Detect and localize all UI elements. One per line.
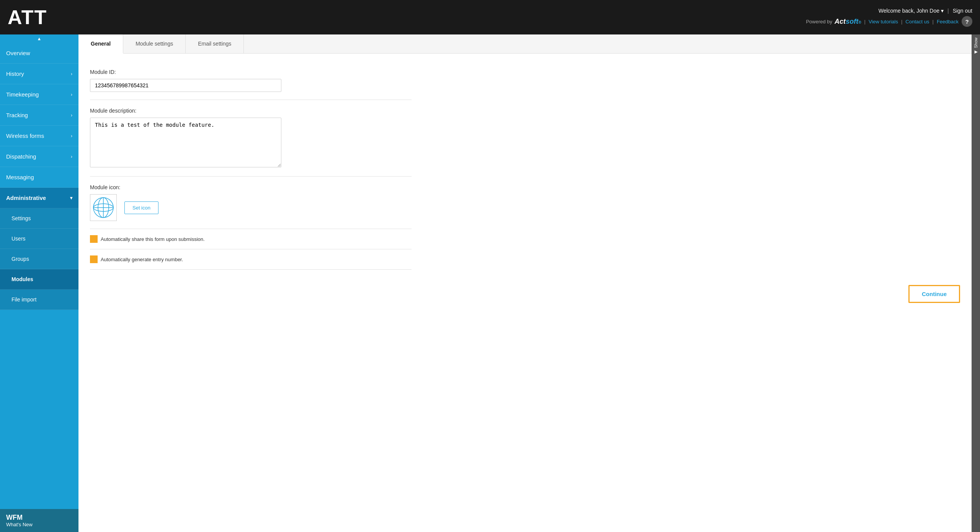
welcome-label: Welcome back, John Doe: [879, 8, 939, 14]
checkbox2-row: Automatically generate entry number.: [90, 249, 412, 270]
module-description-label: Module description:: [90, 108, 412, 114]
module-id-label: Module ID:: [90, 69, 412, 75]
powered-by-text: Powered by: [806, 19, 832, 25]
sidebar-messaging-label: Messaging: [6, 174, 34, 180]
app-logo: ATT: [8, 6, 47, 29]
globe-icon: [92, 196, 115, 219]
sidebar-bottom: WFM What's New: [0, 509, 78, 532]
wireless-chevron: ›: [71, 133, 72, 139]
sidebar: ▲ Overview History › Timekeeping › Track…: [0, 34, 78, 532]
sidebar-scroll-up[interactable]: ▲: [0, 34, 78, 43]
form-content: Module ID: Module description: This is a…: [78, 54, 972, 532]
sidebar-dispatching-label: Dispatching: [6, 153, 36, 160]
administrative-chevron: ▾: [70, 195, 72, 201]
module-id-input[interactable]: [90, 79, 281, 92]
auto-entry-checkbox[interactable]: [90, 255, 98, 263]
scroll-up-arrow: ▲: [37, 36, 42, 41]
module-id-section: Module ID:: [90, 61, 412, 100]
module-icon-label: Module icon:: [90, 184, 412, 190]
tab-module-settings[interactable]: Module settings: [123, 34, 186, 53]
auto-share-label: Automatically share this form upon submi…: [101, 236, 205, 242]
sidebar-item-overview[interactable]: Overview: [0, 43, 78, 64]
module-icon-preview: [90, 194, 117, 221]
separator3: |: [901, 19, 902, 25]
sidebar-history-label: History: [6, 70, 24, 77]
sidebar-item-tracking[interactable]: Tracking ›: [0, 105, 78, 126]
actsoft-logo: Actsoft®: [835, 18, 861, 26]
show-arrow-icon: ◀: [973, 50, 978, 55]
feedback-link[interactable]: Feedback: [937, 19, 959, 25]
welcome-arrow[interactable]: ▾: [941, 8, 944, 14]
view-tutorials-link[interactable]: View tutorials: [869, 19, 898, 25]
tracking-chevron: ›: [71, 113, 72, 118]
sidebar-file-import-label: File import: [11, 296, 36, 303]
sidebar-item-messaging[interactable]: Messaging: [0, 167, 78, 188]
sidebar-administrative-label: Administrative: [6, 195, 46, 201]
sidebar-item-settings[interactable]: Settings: [0, 208, 78, 229]
tab-general[interactable]: General: [78, 34, 123, 54]
sidebar-users-label: Users: [11, 236, 26, 242]
sidebar-timekeeping-label: Timekeeping: [6, 91, 39, 98]
header: ATT Welcome back, John Doe ▾ | Sign out …: [0, 0, 980, 34]
history-chevron: ›: [71, 71, 72, 77]
sidebar-item-modules[interactable]: Modules: [0, 269, 78, 290]
sidebar-item-history[interactable]: History ›: [0, 64, 78, 84]
timekeeping-chevron: ›: [71, 92, 72, 97]
sidebar-item-wireless-forms[interactable]: Wireless forms ›: [0, 126, 78, 146]
header-top-row: Welcome back, John Doe ▾ | Sign out: [879, 8, 972, 14]
module-description-section: Module description: This is a test of th…: [90, 100, 412, 177]
right-panel: ◀ Show: [972, 34, 980, 532]
sidebar-modules-label: Modules: [11, 276, 33, 282]
form-footer: Continue: [78, 277, 972, 311]
sidebar-settings-label: Settings: [11, 215, 31, 221]
sidebar-item-dispatching[interactable]: Dispatching ›: [0, 146, 78, 167]
tab-email-settings[interactable]: Email settings: [186, 34, 244, 53]
show-panel-label: Show: [973, 38, 978, 48]
contact-us-link[interactable]: Contact us: [905, 19, 929, 25]
header-bottom-row: Powered by Actsoft® | View tutorials | C…: [806, 16, 972, 27]
tab-bar: General Module settings Email settings: [78, 34, 972, 54]
sidebar-item-file-import[interactable]: File import: [0, 290, 78, 310]
sidebar-wireless-label: Wireless forms: [6, 133, 44, 139]
header-right: Welcome back, John Doe ▾ | Sign out Powe…: [806, 8, 972, 27]
form-inner: Module ID: Module description: This is a…: [78, 54, 423, 277]
sidebar-item-administrative[interactable]: Administrative ▾: [0, 188, 78, 208]
sidebar-groups-label: Groups: [11, 256, 29, 262]
welcome-text: Welcome back, John Doe ▾: [879, 8, 944, 14]
whats-new-label[interactable]: What's New: [6, 522, 72, 527]
separator2: |: [864, 19, 866, 25]
separator1: |: [947, 8, 949, 14]
signout-link[interactable]: Sign out: [953, 8, 972, 14]
sidebar-item-timekeeping[interactable]: Timekeeping ›: [0, 84, 78, 105]
sidebar-item-groups[interactable]: Groups: [0, 249, 78, 269]
set-icon-button[interactable]: Set icon: [124, 201, 158, 214]
show-panel-button[interactable]: ◀ Show: [972, 34, 980, 58]
dispatching-chevron: ›: [71, 154, 72, 159]
continue-button[interactable]: Continue: [908, 285, 960, 303]
powered-by: Powered by Actsoft®: [806, 18, 861, 26]
checkbox1-row: Automatically share this form upon submi…: [90, 229, 412, 249]
sidebar-tracking-label: Tracking: [6, 112, 28, 118]
sidebar-item-users[interactable]: Users: [0, 229, 78, 249]
auto-share-checkbox[interactable]: [90, 235, 98, 243]
main-container: ▲ Overview History › Timekeeping › Track…: [0, 34, 980, 532]
separator4: |: [933, 19, 934, 25]
wfm-title: WFM: [6, 514, 72, 522]
module-icon-section: Module icon: Set icon: [90, 177, 412, 229]
icon-section: Set icon: [90, 194, 412, 221]
help-button[interactable]: ?: [962, 16, 972, 27]
sidebar-overview-label: Overview: [6, 50, 30, 56]
module-description-textarea[interactable]: This is a test of the module feature.: [90, 118, 281, 167]
content-area: General Module settings Email settings M…: [78, 34, 972, 532]
auto-entry-label: Automatically generate entry number.: [101, 257, 183, 262]
